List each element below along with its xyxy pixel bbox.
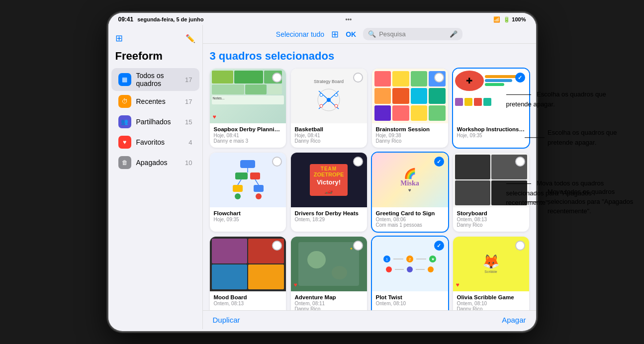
sidebar-count-shared: 15 xyxy=(185,118,192,126)
section-title: 3 quadros selecionados xyxy=(210,50,529,63)
ok-button[interactable]: OK xyxy=(346,30,356,38)
select-circle-basketball[interactable] xyxy=(353,73,363,83)
sidebar: ⊞ ✏️ Freeform ▦ Todos os quadros 17 ⏱ Re… xyxy=(108,25,203,329)
heart-icon: ♥ xyxy=(294,281,297,288)
svg-point-4 xyxy=(320,93,323,96)
sidebar-icon-all: ▦ xyxy=(118,73,131,86)
heart-icon: ♥ xyxy=(213,113,216,120)
status-bar: 09:41 segunda-feira, 5 de junho ••• 📶 🔋 … xyxy=(108,13,536,25)
board-title-mood: Mood Board xyxy=(214,294,282,300)
board-title-adventure: Adventure Map xyxy=(295,294,363,300)
sidebar-items: ▦ Todos os quadros 17 ⏱ Recentes 17 👥 Pa… xyxy=(108,68,202,172)
select-circle-flowchart[interactable] xyxy=(272,157,282,167)
grid-view-icon[interactable]: ⊞ xyxy=(331,29,339,40)
board-author-storyboard: Danny Rico xyxy=(457,222,525,228)
search-bar[interactable]: 🔍 🎤 xyxy=(363,28,462,40)
board-thumbnail-basketball: Strategy Board xyxy=(291,69,367,123)
sidebar-count-recent: 17 xyxy=(185,98,192,105)
board-date-soapbox: Hoje, 08:41 xyxy=(214,133,282,138)
board-date-brainstorm: Hoje, 09:38 xyxy=(376,133,444,138)
board-author-basketball: Danny Rico xyxy=(295,138,363,144)
board-title-brainstorm: Brainstorm Session xyxy=(376,126,444,132)
select-circle-derby[interactable] xyxy=(353,157,363,167)
board-info-brainstorm: Brainstorm Session Hoje, 09:38 Danny Ric… xyxy=(372,123,448,148)
ipad-frame: 09:41 segunda-feira, 5 de junho ••• 📶 🔋 … xyxy=(108,13,536,331)
duplicate-button[interactable]: Duplicar xyxy=(213,316,240,324)
sidebar-icon-favorites: ♥ xyxy=(118,136,131,149)
main-area: Selecionar tudo ⊞ OK 🔍 🎤 3 quadros selec… xyxy=(203,25,536,329)
board-card-flowchart[interactable]: Flowchart Hoje, 09:35 xyxy=(210,153,286,232)
new-board-icon[interactable]: ✏️ xyxy=(185,34,195,43)
board-title-olivia: Olivia Scribble Game xyxy=(457,294,525,300)
delete-button[interactable]: Apagar xyxy=(502,316,526,324)
board-info-greeting: Greeting Card to Sign Ontem, 08:06 Com m… xyxy=(372,207,448,232)
annotation-choose: Escolha os quadros que pretende apagar. xyxy=(506,89,611,109)
top-bar: Selecionar tudo ⊞ OK 🔍 🎤 xyxy=(203,25,536,44)
sidebar-label-deleted: Apagados xyxy=(136,159,181,167)
board-title-plot: Plot Twist xyxy=(376,294,444,300)
board-card-greeting[interactable]: 🌈 Miska ♥ Greeting Card to Sign Ontem, 0… xyxy=(372,153,448,232)
content-area[interactable]: 3 quadros selecionados Notes... ♥ Soapbo… xyxy=(203,44,536,310)
sidebar-label-recent: Recentes xyxy=(136,97,181,105)
board-title-storyboard: Storyboard xyxy=(457,210,525,216)
heart-icon: ♥ xyxy=(456,281,460,288)
board-thumbnail-derby: TEAM ZOETROPE Victory! 🏎️ xyxy=(291,153,367,207)
select-circle-workshop[interactable] xyxy=(515,73,525,83)
board-info-derby: Drivers for Derby Heats Ontem, 18:29 xyxy=(291,207,367,226)
mic-icon[interactable]: 🎤 xyxy=(450,30,458,38)
board-thumbnail-flowchart xyxy=(210,153,286,207)
svg-point-5 xyxy=(335,93,338,96)
svg-line-13 xyxy=(255,179,259,185)
dots-icon: ••• xyxy=(346,16,352,23)
annotations: Escolha os quadros que pretende apagar. … xyxy=(506,89,611,208)
search-input[interactable] xyxy=(379,30,447,38)
board-thumbnail-olivia: 🦊 Scribble ♥ xyxy=(453,237,529,291)
select-circle-olivia[interactable] xyxy=(515,241,525,251)
select-circle-brainstorm[interactable] xyxy=(434,73,444,83)
board-info-adventure: Adventure Map Ontem, 08:11 Danny Rico xyxy=(291,291,367,310)
sidebar-count-favorites: 4 xyxy=(188,139,192,146)
board-thumbnail-soapbox: Notes... ♥ xyxy=(210,69,286,123)
board-date-basketball: Hoje, 08:41 xyxy=(295,133,363,138)
svg-rect-11 xyxy=(250,172,260,179)
sidebar-item-shared[interactable]: 👥 Partilhados 15 xyxy=(111,112,199,132)
board-title-soapbox: Soapbox Derby Plannin... xyxy=(214,126,282,132)
wifi-icon: 📶 xyxy=(493,16,500,23)
board-card-brainstorm[interactable]: Brainstorm Session Hoje, 09:38 Danny Ric… xyxy=(372,69,448,148)
board-date-mood: Ontem, 08:13 xyxy=(214,301,282,306)
board-card-soapbox[interactable]: Notes... ♥ Soapbox Derby Plannin... Hoje… xyxy=(210,69,286,148)
board-title-flowchart: Flowchart xyxy=(214,210,282,216)
select-circle-mood[interactable] xyxy=(272,241,282,251)
sidebar-toggle-icon[interactable]: ⊞ xyxy=(115,33,123,44)
select-circle-greeting[interactable] xyxy=(434,157,444,167)
board-card-plot[interactable]: 1 2 ★ Plot Twist Ontem, 08:10 xyxy=(372,237,448,310)
svg-point-6 xyxy=(320,104,323,107)
select-circle-adventure[interactable] xyxy=(353,241,363,251)
select-circle-plot[interactable] xyxy=(434,241,444,251)
board-card-adventure[interactable]: ✦ ♥ Adventure Map Ontem, 08:11 Danny Ric… xyxy=(291,237,367,310)
board-thumbnail-greeting: 🌈 Miska ♥ xyxy=(372,153,448,207)
board-date-storyboard: Ontem, 08:13 xyxy=(457,217,525,222)
board-thumbnail-plot: 1 2 ★ xyxy=(372,237,448,291)
board-thumbnail-adventure: ✦ ♥ xyxy=(291,237,367,291)
board-date-flowchart: Hoje, 09:35 xyxy=(214,217,282,222)
board-thumbnail-mood xyxy=(210,237,286,291)
board-card-olivia[interactable]: 🦊 Scribble ♥ Olivia Scribble Game Ontem,… xyxy=(453,237,529,310)
svg-rect-8 xyxy=(240,160,255,168)
board-author-greeting: Com mais 1 pessoas xyxy=(376,222,444,228)
board-author-olivia: Danny Rico xyxy=(457,306,525,310)
sidebar-item-deleted[interactable]: 🗑 Apagados 10 xyxy=(111,153,199,172)
board-card-basketball[interactable]: Strategy Board Basketball Hoje, 08:41 Da… xyxy=(291,69,367,148)
svg-line-12 xyxy=(238,179,241,185)
select-circle-soapbox[interactable] xyxy=(272,73,282,83)
select-all-button[interactable]: Selecionar tudo xyxy=(276,30,324,38)
sidebar-item-all[interactable]: ▦ Todos os quadros 17 xyxy=(111,68,199,91)
status-date: segunda-feira, 5 de junho xyxy=(137,16,203,22)
board-card-mood[interactable]: Mood Board Ontem, 08:13 xyxy=(210,237,286,310)
sidebar-item-recent[interactable]: ⏱ Recentes 17 xyxy=(111,91,199,111)
board-author-soapbox: Danny e mais 3 xyxy=(214,138,282,144)
sidebar-icon-shared: 👥 xyxy=(118,115,131,128)
sidebar-item-favorites[interactable]: ♥ Favoritos 4 xyxy=(111,132,199,152)
board-card-derby[interactable]: TEAM ZOETROPE Victory! 🏎️ Drivers for De… xyxy=(291,153,367,232)
sidebar-label-favorites: Favoritos xyxy=(136,138,184,146)
